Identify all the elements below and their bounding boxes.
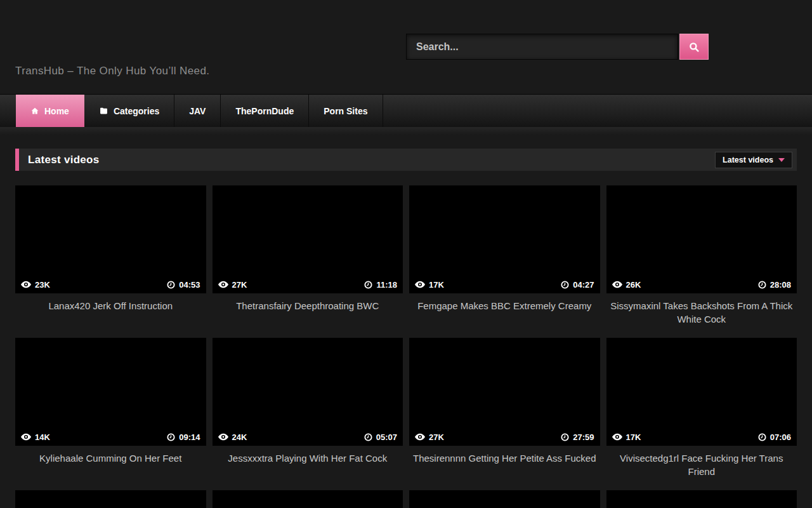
- clock-icon: [364, 281, 372, 289]
- view-count: 23K: [35, 280, 50, 290]
- video-card-partial: [409, 490, 600, 508]
- video-card: 23K 04:53 Lanax420 Jerk Off Instruction: [15, 185, 206, 338]
- clock-icon: [167, 281, 175, 289]
- nav-item-jav[interactable]: JAV: [174, 95, 221, 127]
- view-count: 14K: [35, 432, 50, 442]
- duration-group: 09:14: [167, 432, 200, 442]
- search-input[interactable]: [406, 34, 678, 60]
- search-bar: [406, 34, 709, 60]
- video-meta-bar: 26K 28:08: [606, 276, 797, 293]
- video-duration: 04:53: [179, 280, 200, 290]
- nav-item-label: Categories: [114, 106, 159, 116]
- video-card: 17K 04:27 Femgape Makes BBC Extremely Cr…: [409, 185, 600, 338]
- sort-dropdown-value: Latest videos: [723, 156, 773, 164]
- video-thumbnail[interactable]: [606, 490, 797, 508]
- video-duration: 05:07: [376, 432, 397, 442]
- nav-item-home[interactable]: Home: [16, 95, 84, 127]
- view-count: 27K: [429, 432, 444, 442]
- video-thumbnail[interactable]: 17K 04:27: [409, 185, 600, 293]
- section-header: Latest videos Latest videos: [15, 149, 797, 171]
- video-title[interactable]: Jessxxxtra Playing With Her Fat Cock: [213, 451, 403, 465]
- video-duration: 28:08: [770, 280, 791, 290]
- duration-group: 11:18: [364, 280, 397, 290]
- site-tagline: TransHub – The Only Hub You’ll Need.: [15, 65, 209, 77]
- video-title[interactable]: Kyliehaale Cumming On Her Feet: [15, 451, 206, 465]
- eye-icon: [612, 433, 622, 441]
- video-thumbnail[interactable]: 27K 11:18: [213, 185, 403, 293]
- video-thumbnail[interactable]: 17K 07:06: [606, 338, 797, 446]
- nav-item-label: Home: [44, 106, 69, 116]
- nav-item-porn-sites[interactable]: Porn Sites: [309, 95, 383, 127]
- video-title[interactable]: Lanax420 Jerk Off Instruction: [15, 299, 206, 312]
- section-title: Latest videos: [28, 154, 100, 166]
- video-meta-bar: 27K 11:18: [213, 276, 403, 293]
- clock-icon: [561, 281, 569, 289]
- clock-icon: [758, 433, 766, 441]
- video-meta-bar: 17K 04:27: [409, 276, 600, 293]
- video-thumbnail[interactable]: 14K 09:14: [15, 338, 206, 446]
- view-count: 17K: [626, 432, 641, 442]
- video-grid: 23K 04:53 Lanax420 Jerk Off Instruction: [15, 185, 797, 508]
- duration-group: 04:27: [561, 280, 594, 290]
- video-meta-bar: 14K 09:14: [15, 428, 206, 446]
- clock-icon: [561, 433, 569, 441]
- video-card-partial: [15, 490, 206, 508]
- folder-icon: [99, 107, 108, 115]
- video-title[interactable]: Sissymaxinl Takes Backshots From A Thick…: [606, 299, 797, 326]
- main-nav: Home Categories JAV ThePornDude Porn Sit…: [0, 94, 812, 127]
- duration-group: 07:06: [758, 432, 791, 442]
- view-count-group: 14K: [21, 432, 50, 442]
- eye-icon: [21, 433, 31, 441]
- video-thumbnail[interactable]: [409, 490, 600, 508]
- view-count-group: 23K: [21, 280, 50, 290]
- eye-icon: [612, 281, 622, 288]
- clock-icon: [364, 433, 372, 441]
- clock-icon: [758, 281, 766, 289]
- sort-dropdown[interactable]: Latest videos: [715, 152, 792, 168]
- video-meta-bar: 27K 27:59: [409, 428, 600, 446]
- view-count: 17K: [429, 280, 444, 290]
- eye-icon: [218, 433, 228, 441]
- video-title[interactable]: Thesirennnn Getting Her Petite Ass Fucke…: [409, 451, 600, 465]
- eye-icon: [415, 433, 425, 441]
- video-card: 24K 05:07 Jessxxxtra Playing With Her Fa…: [213, 338, 403, 490]
- video-thumbnail[interactable]: 23K 04:53: [15, 185, 206, 293]
- nav-shadow-divider: [0, 127, 812, 135]
- view-count: 24K: [232, 432, 247, 442]
- nav-item-categories[interactable]: Categories: [84, 95, 174, 127]
- video-meta-bar: 17K 07:06: [606, 428, 797, 446]
- view-count: 26K: [626, 280, 641, 290]
- video-duration: 09:14: [179, 432, 200, 442]
- video-duration: 27:59: [573, 432, 594, 442]
- view-count-group: 24K: [218, 432, 247, 442]
- search-button[interactable]: [679, 34, 709, 60]
- video-thumbnail[interactable]: [213, 490, 403, 508]
- view-count-group: 27K: [218, 280, 247, 290]
- video-thumbnail[interactable]: 27K 27:59: [409, 338, 600, 446]
- duration-group: 05:07: [364, 432, 397, 442]
- duration-group: 04:53: [167, 280, 200, 290]
- eye-icon: [218, 281, 228, 288]
- search-icon: [688, 41, 700, 53]
- video-thumbnail[interactable]: 24K 05:07: [213, 338, 403, 446]
- video-meta-bar: 23K 04:53: [15, 276, 206, 293]
- video-thumbnail[interactable]: [15, 490, 206, 508]
- duration-group: 28:08: [758, 280, 791, 290]
- video-card-partial: [606, 490, 797, 508]
- clock-icon: [167, 433, 175, 441]
- video-duration: 11:18: [376, 280, 397, 290]
- view-count-group: 17K: [612, 432, 641, 442]
- duration-group: 27:59: [561, 432, 594, 442]
- video-card: 17K 07:06 Vivisectedg1rl Face Fucking He…: [606, 338, 797, 490]
- nav-item-label: ThePornDude: [235, 106, 294, 116]
- view-count-group: 26K: [612, 280, 641, 290]
- nav-item-theporndude[interactable]: ThePornDude: [221, 95, 309, 127]
- video-title[interactable]: Thetransfairy Deepthroating BWC: [213, 299, 403, 312]
- video-title[interactable]: Vivisectedg1rl Face Fucking Her Trans Fr…: [606, 451, 797, 479]
- video-card: 27K 11:18 Thetransfairy Deepthroating BW…: [213, 185, 403, 338]
- video-card: 14K 09:14 Kyliehaale Cumming On Her Feet: [15, 338, 206, 490]
- video-duration: 07:06: [770, 432, 791, 442]
- video-thumbnail[interactable]: 26K 28:08: [606, 185, 797, 293]
- home-icon: [30, 107, 39, 115]
- video-title[interactable]: Femgape Makes BBC Extremely Creamy: [409, 299, 600, 312]
